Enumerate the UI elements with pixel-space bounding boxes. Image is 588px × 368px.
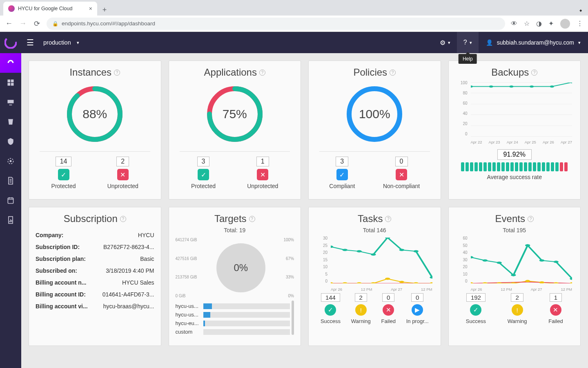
events-stats: 192✓Success2!Warning1✕Failed (455, 293, 574, 324)
brand-logo[interactable] (0, 32, 21, 53)
lock-icon: 🔒 (52, 21, 58, 27)
info-icon[interactable]: ? (114, 70, 120, 76)
backups-caption: Average success rate (455, 174, 574, 180)
kv-row: Company:HYCU (36, 232, 154, 238)
target-row[interactable]: hycu-us... (176, 312, 290, 318)
environment-selector[interactable]: production ▾ (39, 39, 83, 46)
info-icon[interactable]: ? (249, 216, 255, 222)
svg-point-18 (371, 254, 376, 256)
nav-dashboard[interactable] (0, 53, 21, 73)
card-subscription: Subscription? Company:HYCUSubscription I… (29, 207, 161, 346)
instances-donut: 88% (64, 83, 125, 145)
events-total: Total 195 (455, 227, 574, 233)
stat-unprotected[interactable]: 2 ✕ Unprotected (107, 157, 138, 189)
info-icon[interactable]: ? (385, 216, 391, 222)
svg-point-1 (10, 160, 12, 162)
svg-point-37 (553, 261, 558, 263)
nav-instances[interactable] (0, 92, 21, 112)
stat-unprotected[interactable]: 1 ✕ Unprotected (247, 157, 278, 189)
policies-percent: 100% (344, 83, 405, 145)
tasks-chart: 302520151050 Apr 2612 PMApr 2712 PM (315, 236, 434, 293)
svg-point-21 (414, 250, 419, 253)
back-icon[interactable]: ← (5, 19, 13, 28)
success-icon: ✓ (470, 304, 481, 316)
stat-compliant[interactable]: 3 ✓ Compliant (329, 157, 355, 189)
x-shield-icon: ✕ (117, 169, 129, 180)
info-icon[interactable]: ? (390, 70, 396, 76)
user-menu[interactable]: 👤 subbiah.sundaram@hycu.com ▾ (479, 39, 588, 46)
eye-icon[interactable]: 👁 (511, 20, 517, 27)
nav-tasks[interactable] (0, 171, 21, 191)
extension-icon[interactable]: ◑ (536, 20, 542, 27)
nav-protection[interactable] (0, 132, 21, 151)
x-shield-icon: ✕ (257, 169, 268, 180)
settings-button[interactable]: ⚙▾ (433, 32, 457, 53)
environment-label: production (43, 39, 71, 46)
svg-point-36 (539, 259, 544, 262)
applications-donut: 75% (204, 83, 265, 145)
stat-success[interactable]: 144✓Success (321, 293, 341, 324)
stat-protected[interactable]: 14 ✓ Protected (51, 157, 76, 189)
svg-point-25 (356, 282, 361, 283)
star-icon[interactable]: ☆ (524, 20, 530, 27)
kebab-icon[interactable]: ⋮ (577, 20, 583, 27)
puzzle-icon[interactable]: ✦ (548, 20, 554, 27)
target-row[interactable]: hycu-us... (176, 303, 290, 309)
card-title: Instances? (36, 67, 154, 78)
card-targets: Targets? Total: 19 641274 GiB427516 GiB2… (169, 207, 301, 346)
tasks-stats: 144✓Success2!Warning0✕Failed0▶In progr..… (315, 293, 434, 324)
info-icon[interactable]: ? (120, 216, 126, 222)
target-row[interactable]: custom (176, 329, 290, 335)
success-bar-strip (455, 162, 574, 171)
card-policies: Policies? 100% 3 ✓ Compliant 0 ✕ Non-c (308, 61, 441, 200)
browser-tab[interactable]: HYCU for Google Cloud × (3, 2, 97, 16)
in progr...-icon: ▶ (412, 304, 423, 316)
new-tab-button[interactable]: + (99, 4, 110, 16)
chevron-down-icon: ▾ (578, 40, 581, 45)
backups-chart: 100806040200 Apr 22Apr 23Apr 24Apr 25Apr… (455, 81, 574, 146)
check-shield-icon: ✓ (58, 169, 69, 180)
nav-reports[interactable] (0, 210, 21, 230)
svg-point-10 (489, 85, 493, 88)
omnibar: ← → ⟳ 🔒 endpoints.hycu.com/#!/app/dashbo… (0, 16, 588, 32)
stat-noncompliant[interactable]: 0 ✕ Non-compliant (383, 157, 420, 189)
close-icon[interactable]: × (89, 5, 92, 12)
svg-point-20 (399, 249, 404, 251)
kv-row: Billing account vi...hycu-braas@hycu... (36, 303, 154, 310)
info-icon[interactable]: ? (259, 70, 265, 76)
svg-point-9 (471, 85, 473, 88)
stat-success[interactable]: 192✓Success (466, 293, 486, 324)
stat-warning[interactable]: 2!Warning (351, 293, 371, 324)
browser-chrome: HYCU for Google Cloud × + ⬥ ← → ⟳ 🔒 endp… (0, 0, 588, 32)
tasks-total: Total 146 (315, 227, 434, 233)
svg-point-11 (509, 85, 513, 88)
info-icon[interactable]: ? (528, 216, 534, 222)
forward-icon: → (19, 19, 27, 28)
svg-point-23 (331, 282, 333, 283)
svg-point-22 (430, 276, 432, 279)
reload-icon[interactable]: ⟳ (33, 19, 41, 28)
chrome-right-icons: 👁 ☆ ◑ ✦ ⋮ (511, 19, 583, 29)
help-button[interactable]: ?▾ Help (457, 32, 479, 53)
scrollbar[interactable] (292, 301, 294, 335)
stat-protected[interactable]: 3 ✓ Protected (191, 157, 216, 189)
info-icon[interactable]: ? (531, 70, 537, 76)
nav-events[interactable] (0, 191, 21, 210)
kv-row: Subscribed on:3/18/2019 4:40 PM (36, 267, 154, 274)
favicon (8, 5, 15, 12)
nav-buckets[interactable] (0, 112, 21, 132)
nav-targets[interactable] (0, 151, 21, 171)
target-row[interactable]: hycu-eu... (176, 320, 290, 326)
stat-warning[interactable]: 2!Warning (508, 293, 527, 324)
svg-point-35 (525, 244, 530, 247)
stat-in progr...[interactable]: 0▶In progr... (406, 293, 429, 324)
check-clipboard-icon: ✓ (336, 169, 348, 180)
nav-apps[interactable] (0, 73, 21, 92)
chrome-menu-expand-icon[interactable]: ⬥ (573, 7, 588, 16)
hamburger-icon[interactable]: ☰ (21, 38, 39, 47)
stat-failed[interactable]: 0✕Failed (381, 293, 395, 324)
stat-failed[interactable]: 1✕Failed (548, 293, 563, 324)
profile-avatar[interactable] (560, 19, 570, 29)
address-bar[interactable]: 🔒 endpoints.hycu.com/#!/app/dashboard (47, 18, 505, 30)
card-title: Backups? (455, 67, 574, 78)
